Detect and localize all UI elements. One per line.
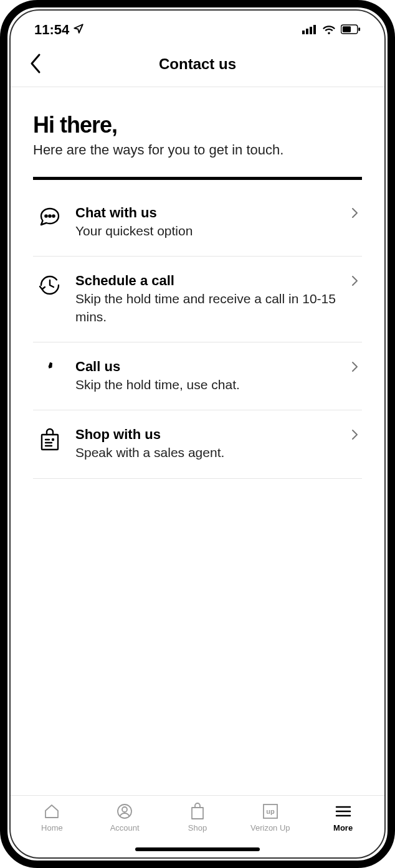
chevron-right-icon — [351, 429, 358, 443]
option-title: Call us — [75, 359, 341, 375]
status-bar: 11:54 — [11, 11, 384, 43]
svg-rect-1 — [306, 29, 308, 34]
option-title: Shop with us — [75, 427, 341, 443]
svg-point-14 — [52, 439, 54, 440]
tab-label: Shop — [188, 823, 207, 833]
battery-icon — [341, 22, 361, 38]
option-desc: Your quickest option — [75, 222, 341, 240]
chat-icon — [36, 205, 64, 229]
status-left: 11:54 — [34, 22, 84, 38]
option-call[interactable]: Call us Skip the hold time, use chat. — [33, 342, 362, 410]
option-title: Schedule a call — [75, 273, 341, 289]
tab-label: More — [333, 823, 353, 833]
phone-frame: 11:54 Contact us — [0, 0, 395, 868]
page-header: Contact us — [11, 43, 384, 87]
svg-rect-5 — [343, 26, 351, 32]
svg-rect-0 — [302, 31, 305, 34]
svg-rect-3 — [313, 25, 316, 34]
greeting: Hi there, — [33, 112, 362, 138]
back-button[interactable] — [28, 52, 42, 77]
option-schedule[interactable]: Schedule a call Skip the hold time and r… — [33, 257, 362, 342]
option-desc: Speak with a sales agent. — [75, 444, 341, 461]
svg-point-7 — [45, 215, 47, 217]
tab-verizon-up[interactable]: up Verizon Up — [234, 802, 307, 833]
chevron-right-icon — [351, 207, 358, 221]
tab-bar: Home Account Shop up — [11, 795, 384, 841]
chevron-right-icon — [351, 361, 358, 375]
content: Hi there, Here are the ways for you to g… — [11, 87, 384, 795]
page-title: Contact us — [159, 55, 236, 73]
option-chat[interactable]: Chat with us Your quickest option — [33, 189, 362, 257]
chevron-right-icon — [351, 275, 358, 289]
bag-icon — [189, 802, 206, 821]
home-icon — [43, 802, 60, 821]
tab-home[interactable]: Home — [16, 802, 88, 833]
status-time: 11:54 — [34, 22, 69, 38]
tab-more[interactable]: More — [307, 802, 379, 833]
menu-icon — [335, 802, 352, 821]
svg-rect-2 — [310, 27, 312, 34]
svg-rect-17 — [192, 808, 203, 819]
status-right — [302, 22, 361, 38]
signal-icon — [302, 22, 317, 38]
option-desc: Skip the hold time, use chat. — [75, 376, 341, 394]
wifi-icon — [322, 22, 336, 38]
svg-rect-6 — [358, 27, 360, 31]
tab-shop[interactable]: Shop — [161, 802, 234, 833]
svg-point-8 — [49, 215, 50, 217]
svg-text:up: up — [266, 808, 275, 815]
option-desc: Skip the hold time and receive a call in… — [75, 290, 341, 326]
location-icon — [73, 23, 84, 37]
tab-account[interactable]: Account — [88, 802, 161, 833]
svg-point-16 — [122, 807, 127, 812]
divider — [33, 177, 362, 180]
clock-callback-icon — [36, 273, 64, 296]
home-indicator[interactable] — [135, 847, 260, 851]
tab-label: Account — [110, 823, 140, 833]
verizon-up-icon: up — [262, 802, 279, 821]
account-icon — [116, 802, 133, 821]
tab-label: Verizon Up — [250, 823, 290, 833]
screen: 11:54 Contact us — [9, 9, 386, 859]
svg-point-9 — [52, 215, 54, 217]
phone-icon — [36, 359, 64, 382]
subtitle: Here are the ways for you to get in touc… — [33, 142, 362, 158]
tab-label: Home — [41, 823, 63, 833]
shopping-bag-icon — [36, 427, 64, 451]
option-title: Chat with us — [75, 205, 341, 221]
option-shop[interactable]: Shop with us Speak with a sales agent. — [33, 410, 362, 478]
